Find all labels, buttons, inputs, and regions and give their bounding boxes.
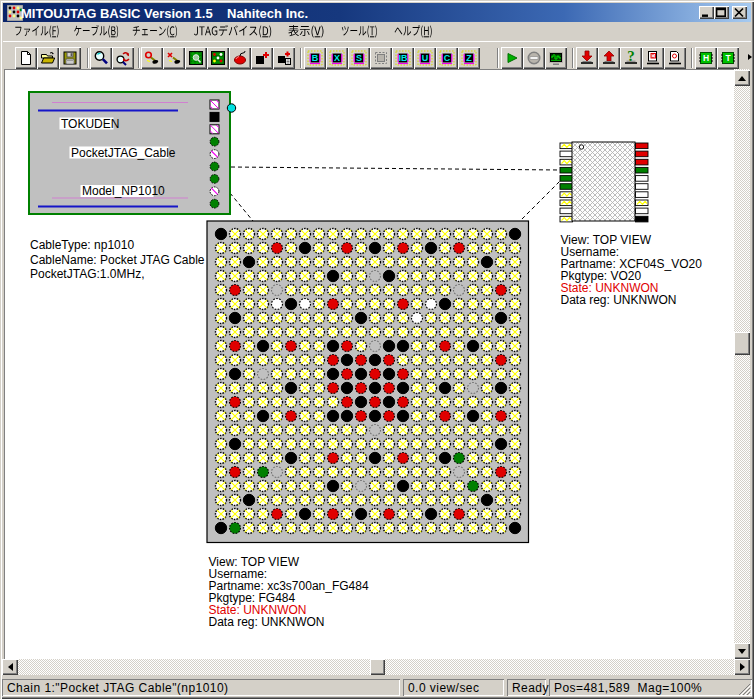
- svg-text:CableType: np1010: CableType: np1010: [30, 238, 134, 252]
- svg-text:T: T: [725, 53, 731, 63]
- svg-text:Data reg: UNKNWON: Data reg: UNKNWON: [209, 615, 325, 629]
- svg-text:S: S: [356, 53, 362, 63]
- svg-text:IB: IB: [399, 53, 409, 63]
- svg-text:Model_NP1010: Model_NP1010: [82, 184, 165, 198]
- svg-text:CableName: Pocket JTAG Cable: CableName: Pocket JTAG Cable: [30, 253, 205, 267]
- svg-text:?: ?: [627, 50, 635, 64]
- svg-text:PocketJTAG:1.0MHz,: PocketJTAG:1.0MHz,: [30, 267, 144, 281]
- svg-text:C: C: [444, 53, 451, 63]
- svg-text:U: U: [422, 53, 429, 63]
- svg-text:X: X: [334, 53, 340, 63]
- svg-text:H: H: [703, 53, 709, 63]
- svg-text:Data reg: UNKNWON: Data reg: UNKNWON: [561, 293, 677, 307]
- svg-text:Z: Z: [466, 53, 472, 63]
- svg-text:B: B: [312, 53, 319, 63]
- svg-text:PocketJTAG_Cable: PocketJTAG_Cable: [71, 146, 176, 160]
- svg-text:TOKUDEN: TOKUDEN: [61, 117, 119, 131]
